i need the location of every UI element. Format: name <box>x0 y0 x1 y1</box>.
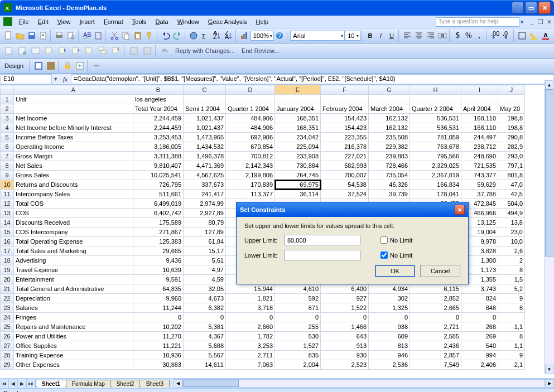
cell-B7[interactable]: 3,311,388 <box>133 152 184 161</box>
col-header-H[interactable]: H <box>410 85 461 95</box>
cell-J25[interactable]: 1,1 <box>498 322 525 332</box>
cell-G26[interactable]: 609 <box>369 332 410 341</box>
cell-J19[interactable]: 8 <box>498 265 525 275</box>
select-all-corner[interactable] <box>1 85 14 95</box>
cell-E22[interactable]: 592 <box>275 294 321 303</box>
cell-A10[interactable]: Returns and Discounts <box>14 180 133 190</box>
tab-nav-last-icon[interactable]: ⏭ <box>27 379 36 388</box>
cell-A13[interactable]: COS <box>14 209 133 218</box>
r-icon10[interactable] <box>128 45 140 57</box>
cell-F24[interactable]: 0 <box>321 313 369 322</box>
cell-G5[interactable]: 235,508 <box>369 133 410 142</box>
autosum-icon[interactable]: Σ <box>200 30 210 42</box>
row-header-26[interactable]: 26 <box>1 332 14 341</box>
cell-B16[interactable]: 125,383 <box>133 237 184 246</box>
cell-C13[interactable]: 2,927,89 <box>184 209 226 218</box>
cell-J7[interactable]: 293,0 <box>498 152 525 161</box>
cell-H4[interactable]: 536,531 <box>410 123 461 133</box>
cell-J8[interactable]: 797,1 <box>498 161 525 171</box>
help-dropdown-icon[interactable]: ▾ <box>519 18 525 26</box>
cell-H1[interactable] <box>410 95 461 104</box>
cell-B23[interactable]: 11,244 <box>133 303 184 313</box>
maximize-button[interactable]: ▭ <box>525 2 537 14</box>
cell-F4[interactable]: 154,423 <box>321 123 369 133</box>
r-icon2[interactable] <box>16 45 28 57</box>
cell-D23[interactable]: 3,718 <box>226 303 275 313</box>
col-header-A[interactable]: A <box>14 85 133 95</box>
scroll-left-arrow-icon[interactable]: ◀ <box>174 379 182 388</box>
cell-J4[interactable]: 198,8 <box>498 123 525 133</box>
scroll-right-arrow-icon[interactable]: ▶ <box>545 379 554 388</box>
cell-A5[interactable]: Income Before Taxes <box>14 133 133 142</box>
cell-B9[interactable]: 10,025,541 <box>133 171 184 180</box>
row-header-14[interactable]: 14 <box>1 218 14 228</box>
cell-J26[interactable]: 8 <box>498 332 525 341</box>
cell-H23[interactable]: 2,665 <box>410 303 461 313</box>
row-header-13[interactable]: 13 <box>1 209 14 218</box>
cell-A8[interactable]: Net Sales <box>14 161 133 171</box>
cell-C5[interactable]: 1,473,965 <box>184 133 226 142</box>
cell-G25[interactable]: 938 <box>369 322 410 332</box>
cell-D24[interactable]: 0 <box>226 313 275 322</box>
cell-J17[interactable]: 2,6 <box>498 246 525 256</box>
row-header-28[interactable]: 28 <box>1 351 14 360</box>
increase-decimal-icon[interactable]: .00 <box>489 30 500 42</box>
cell-J3[interactable]: 198,8 <box>498 114 525 123</box>
cell-A21[interactable]: Total General and Administrative <box>14 284 133 294</box>
reply-icon[interactable] <box>159 45 171 57</box>
cell-J2[interactable]: May 20 <box>498 104 525 114</box>
cell-I10[interactable]: 59,629 <box>461 180 498 190</box>
cell-F9[interactable]: 700,007 <box>321 171 369 180</box>
cell-B29[interactable]: 30,883 <box>133 360 184 370</box>
cell-A27[interactable]: Office Supplies <box>14 341 133 351</box>
cell-C28[interactable]: 5,567 <box>184 351 226 360</box>
cell-B11[interactable]: 511,661 <box>133 190 184 199</box>
row-header-29[interactable]: 29 <box>1 360 14 370</box>
save-icon[interactable] <box>26 30 37 42</box>
cell-C23[interactable]: 6,382 <box>184 303 226 313</box>
cell-C10[interactable]: 337,673 <box>184 180 226 190</box>
fx-icon[interactable]: fx <box>60 76 71 83</box>
menu-help[interactable]: Help <box>252 17 273 26</box>
cell-F25[interactable]: 1,466 <box>321 322 369 332</box>
cell-F2[interactable]: February 2004 <box>321 104 369 114</box>
cell-C8[interactable]: 4,471,369 <box>184 161 226 171</box>
cell-B25[interactable]: 10,202 <box>133 322 184 332</box>
cell-H26[interactable]: 2,585 <box>410 332 461 341</box>
cell-C24[interactable]: 0 <box>184 313 226 322</box>
cell-B13[interactable]: 6,402,742 <box>133 209 184 218</box>
cell-I22[interactable]: 824 <box>461 294 498 303</box>
reply-changes-link[interactable]: Reply with Changes... <box>172 47 238 54</box>
cell-I29[interactable]: 2,406 <box>461 360 498 370</box>
row-header-23[interactable]: 23 <box>1 303 14 313</box>
ok-button[interactable]: OK <box>375 265 415 277</box>
row-header-20[interactable]: 20 <box>1 275 14 284</box>
lower-no-limit-checkbox[interactable] <box>380 251 388 259</box>
cell-F23[interactable]: 1,522 <box>321 303 369 313</box>
cell-J6[interactable]: 282,9 <box>498 142 525 152</box>
col-header-D[interactable]: D <box>226 85 275 95</box>
row-header-8[interactable]: 8 <box>1 161 14 171</box>
cell-J15[interactable]: 23,0 <box>498 228 525 237</box>
row-header-1[interactable]: 1 <box>1 95 14 104</box>
cell-A24[interactable]: Fringes <box>14 313 133 322</box>
cell-B2[interactable]: Total Year 2004 <box>133 104 184 114</box>
cell-I21[interactable]: 3,743 <box>461 284 498 294</box>
cell-F7[interactable]: 227,021 <box>321 152 369 161</box>
sort-desc-icon[interactable]: ZA <box>223 30 234 42</box>
col-header-B[interactable]: B <box>133 85 184 95</box>
cell-G23[interactable]: 1,325 <box>369 303 410 313</box>
cell-G9[interactable]: 735,054 <box>369 171 410 180</box>
cell-J27[interactable]: 1,1 <box>498 341 525 351</box>
cell-I5[interactable]: 244,497 <box>461 133 498 142</box>
formula-input[interactable]: =GeacData("demoplan", "[Unit]", $B$1, "[… <box>71 74 554 84</box>
row-header-5[interactable]: 5 <box>1 133 14 142</box>
cell-F11[interactable]: 37,524 <box>321 190 369 199</box>
cell-E1[interactable] <box>275 95 321 104</box>
cell-G22[interactable]: 302 <box>369 294 410 303</box>
cell-A29[interactable]: Other Expenses <box>14 360 133 370</box>
col-header-J[interactable]: J <box>498 85 525 95</box>
cell-D27[interactable]: 3,253 <box>226 341 275 351</box>
menu-edit[interactable]: Edit <box>33 17 53 26</box>
row-header-15[interactable]: 15 <box>1 228 14 237</box>
